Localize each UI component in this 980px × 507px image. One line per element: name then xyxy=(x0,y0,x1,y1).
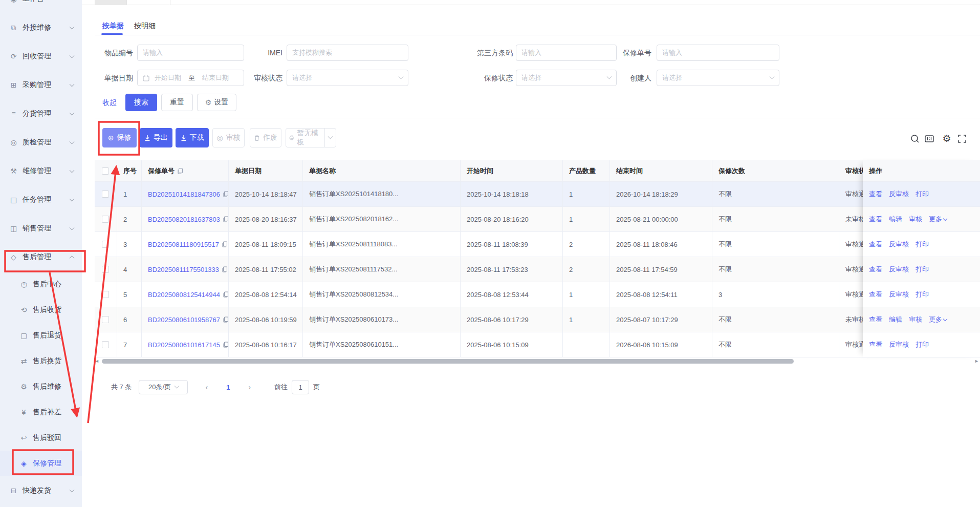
print-link[interactable]: 打印 xyxy=(916,290,929,299)
collapse-link[interactable]: 收起 xyxy=(102,98,117,108)
prev-page-button[interactable]: ‹ xyxy=(205,383,208,391)
sidebar-item-warranty-management[interactable]: ◈ 保修管理 xyxy=(0,451,82,476)
sidebar-item-after-sales-exchange[interactable]: ⇄ 售后换货 xyxy=(0,348,82,374)
sidebar-item-workbench[interactable]: ◉ 工作台 xyxy=(0,0,82,13)
tab-by-document[interactable]: 按单据 xyxy=(102,22,124,31)
sidebar-item-distribution[interactable]: ≡ 分货管理 xyxy=(0,99,82,128)
view-link[interactable]: 查看 xyxy=(869,215,882,224)
sidebar-item-external-repair[interactable]: ⧉ 外接维修 xyxy=(0,13,82,42)
next-page-button[interactable]: › xyxy=(248,383,251,391)
doc-date-range-input[interactable]: 开始日期 至 结束日期 xyxy=(137,70,244,86)
scroll-left-arrow-icon[interactable]: ◄ xyxy=(95,358,99,364)
audit-status-select[interactable]: 请选择 xyxy=(287,70,408,86)
scroll-right-arrow-icon[interactable]: ► xyxy=(974,358,979,364)
row-checkbox[interactable] xyxy=(102,341,109,348)
unaudit-link[interactable]: 反审核 xyxy=(889,265,909,274)
row-checkbox[interactable] xyxy=(102,241,109,248)
settings-button[interactable]: ⚙ 设置 xyxy=(197,94,236,111)
unaudit-link[interactable]: 反审核 xyxy=(889,240,909,249)
audit-link[interactable]: 审核 xyxy=(909,315,922,324)
sidebar-item-quality-check[interactable]: ◎ 质检管理 xyxy=(0,128,82,157)
column-settings-icon[interactable] xyxy=(924,134,934,144)
warranty-no-link[interactable]: BD20250806101617145 xyxy=(148,341,220,349)
print-link[interactable]: 打印 xyxy=(916,189,929,199)
more-link[interactable]: 更多 xyxy=(929,215,947,224)
jump-page-input[interactable] xyxy=(292,380,309,394)
page-tab-inactive[interactable] xyxy=(95,0,126,5)
warranty-status-select[interactable]: 请选择 xyxy=(516,70,617,86)
template-button[interactable]: 暂无模板 xyxy=(286,129,324,147)
copy-icon[interactable] xyxy=(223,316,229,323)
copy-icon[interactable] xyxy=(222,266,228,272)
copy-icon[interactable] xyxy=(223,216,229,222)
creator-select[interactable]: 请选择 xyxy=(657,70,779,86)
gear-icon[interactable]: ⚙ xyxy=(942,134,952,144)
select-all-checkbox[interactable] xyxy=(102,167,109,175)
page-size-select[interactable]: 20条/页 xyxy=(139,380,188,394)
audit-button[interactable]: ◎ 审核 xyxy=(212,128,245,147)
search-icon[interactable] xyxy=(910,134,920,144)
copy-icon[interactable] xyxy=(222,241,228,247)
print-link[interactable]: 打印 xyxy=(916,340,929,349)
warranty-no-link[interactable]: BD20250808125414944 xyxy=(148,291,220,299)
view-link[interactable]: 查看 xyxy=(869,290,882,299)
sidebar-item-after-sales-return[interactable]: ▢ 售后退货 xyxy=(0,323,82,348)
download-button[interactable]: 下载 xyxy=(176,128,209,147)
page-tab-active[interactable] xyxy=(126,0,170,5)
template-button-group[interactable]: 暂无模板 xyxy=(286,128,336,147)
unaudit-link[interactable]: 反审核 xyxy=(889,340,909,349)
row-checkbox[interactable] xyxy=(102,216,109,223)
warranty-no-link[interactable]: BD20251014181847306 xyxy=(148,191,220,198)
copy-icon[interactable] xyxy=(223,191,229,197)
reset-button[interactable]: 重置 xyxy=(161,94,193,111)
view-link[interactable]: 查看 xyxy=(869,240,882,249)
tab-by-detail[interactable]: 按明细 xyxy=(134,22,156,31)
sidebar-item-after-sales-reject[interactable]: ↩ 售后驳回 xyxy=(0,425,82,451)
view-link[interactable]: 查看 xyxy=(869,265,882,274)
fullscreen-icon[interactable] xyxy=(957,134,967,144)
imei-input[interactable]: 支持模糊搜索 xyxy=(287,45,408,61)
row-checkbox[interactable] xyxy=(102,316,109,323)
edit-link[interactable]: 编辑 xyxy=(889,315,902,324)
sidebar-item-task[interactable]: ▤ 任务管理 xyxy=(0,185,82,214)
view-link[interactable]: 查看 xyxy=(869,315,882,324)
row-checkbox[interactable] xyxy=(102,266,109,273)
print-link[interactable]: 打印 xyxy=(916,240,929,249)
search-button[interactable]: 搜索 xyxy=(125,94,157,111)
template-dropdown-toggle[interactable] xyxy=(324,129,336,147)
sidebar-item-after-sales-subsidy[interactable]: ¥ 售后补差 xyxy=(0,399,82,425)
sidebar-item-recycle[interactable]: ⟳ 回收管理 xyxy=(0,42,82,71)
copy-icon[interactable] xyxy=(223,291,229,298)
warranty-no-link[interactable]: BD20250811175501333 xyxy=(148,266,219,273)
export-button[interactable]: 导出 xyxy=(140,128,172,147)
print-link[interactable]: 打印 xyxy=(916,265,929,274)
view-link[interactable]: 查看 xyxy=(869,189,882,199)
sidebar-item-after-sales-center[interactable]: ◷ 售后中心 xyxy=(0,271,82,297)
more-link[interactable]: 更多 xyxy=(929,315,947,324)
warranty-no-input[interactable]: 请输入 xyxy=(657,45,779,61)
warranty-no-link[interactable]: BD20250820181637803 xyxy=(148,216,220,223)
sidebar-item-purchase[interactable]: ⊞ 采购管理 xyxy=(0,71,82,99)
horizontal-scrollbar[interactable]: ◄ ► xyxy=(95,358,980,365)
item-no-input[interactable]: 请输入 xyxy=(137,45,244,61)
copy-icon[interactable] xyxy=(223,342,229,348)
copy-icon[interactable] xyxy=(177,168,183,174)
sidebar-item-express-delivery[interactable]: ⊟ 快递发货 xyxy=(0,476,82,505)
edit-link[interactable]: 编辑 xyxy=(889,215,902,224)
warranty-no-link[interactable]: BD20250811180915517 xyxy=(148,241,219,248)
page-number-1[interactable]: 1 xyxy=(226,384,230,391)
sidebar-item-after-sales-repair[interactable]: ⚙ 售后维修 xyxy=(0,374,82,399)
warranty-no-link[interactable]: BD20250806101958767 xyxy=(148,316,220,324)
audit-link[interactable]: 审核 xyxy=(909,215,922,224)
row-checkbox[interactable] xyxy=(102,191,109,198)
sidebar-item-after-sales-receive[interactable]: ⟲ 售后收货 xyxy=(0,297,82,323)
invalidate-button[interactable]: 作废 xyxy=(250,128,281,147)
unaudit-link[interactable]: 反审核 xyxy=(889,290,909,299)
unaudit-link[interactable]: 反审核 xyxy=(889,189,909,199)
view-link[interactable]: 查看 xyxy=(869,340,882,349)
row-checkbox[interactable] xyxy=(102,291,109,298)
scrollbar-thumb[interactable] xyxy=(102,359,794,364)
sidebar-item-repair[interactable]: ⚒ 维修管理 xyxy=(0,157,82,185)
sidebar-item-after-sales[interactable]: ◇ 售后管理 xyxy=(0,243,82,271)
third-barcode-input[interactable]: 请输入 xyxy=(516,45,617,61)
